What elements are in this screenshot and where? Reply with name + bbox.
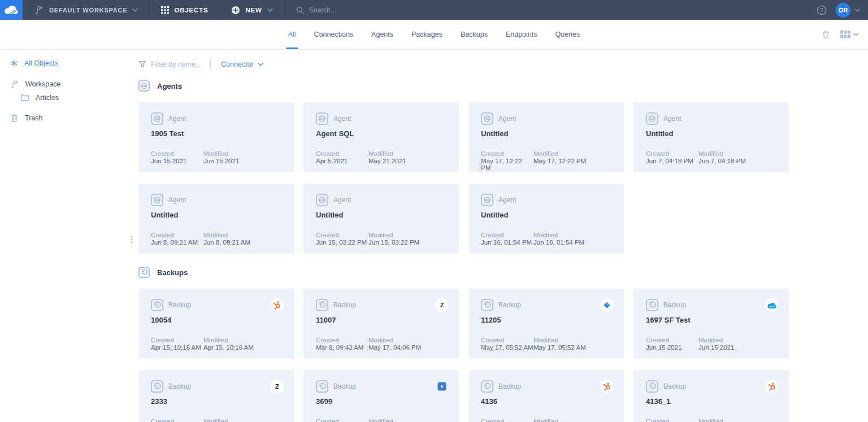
section-title: Backups (157, 268, 188, 277)
backup-card[interactable]: Backup 11205 Created May 17, 05:52 AM Mo… (468, 289, 624, 359)
section-title: Agents (157, 82, 182, 90)
agent-card[interactable]: Agent Agent SQL Created Apr 5 2021 Modif… (303, 102, 459, 172)
agent-icon (151, 194, 163, 206)
card-name: Untitled (481, 129, 614, 138)
created-value: Jun 8, 09:21 AM (151, 239, 203, 246)
card-name: 1905 Test (151, 129, 284, 138)
objects-menu-button[interactable]: OBJECTS (149, 0, 219, 20)
agent-card[interactable]: Agent Untitled Created Jun 15, 03:22 PM … (303, 184, 459, 254)
modified-value: May 21 2021 (368, 158, 406, 164)
card-name: 11007 (316, 316, 449, 324)
diamond-connector-icon (600, 298, 614, 312)
sidebar-label: Trash (25, 114, 43, 122)
object-sections: Agents Agent 1905 Test Created Jun 15 20… (138, 80, 868, 422)
card-type-label: Agent (168, 196, 186, 204)
modified-label: Modified (203, 337, 254, 343)
modified-value: Jun 7, 04:18 PM (698, 158, 746, 164)
agent-card[interactable]: Agent Untitled Created Jun 16, 01:54 PM … (468, 184, 624, 254)
trash-icon (10, 114, 19, 123)
user-avatar[interactable]: OR (836, 3, 850, 18)
agent-card[interactable]: Agent Untitled Created Jun 7, 04:18 PM M… (633, 102, 789, 172)
zendesk-icon: Z (435, 298, 449, 312)
backup-card[interactable]: Backup 1697 SF Test Created Jun 15 2021 … (633, 289, 789, 359)
created-label: Created (151, 337, 203, 343)
created-label: Created (316, 232, 368, 238)
created-label: Created (151, 150, 203, 157)
tab-connections[interactable]: Connections (314, 20, 354, 49)
tab-backups[interactable]: Backups (461, 20, 488, 49)
agent-icon (481, 112, 493, 125)
card-type-label: Backup (333, 382, 356, 390)
card-name: Untitled (646, 129, 779, 138)
tab-agents[interactable]: Agents (371, 20, 393, 49)
agent-card[interactable]: Agent Untitled Created May 17, 12:22 PM … (468, 102, 624, 172)
modified-label: Modified (698, 337, 734, 343)
agent-icon (316, 112, 328, 125)
backup-icon (316, 299, 328, 311)
section-header-backups: Backups (138, 266, 868, 279)
tab-queries[interactable]: Queries (555, 20, 580, 49)
workspace-flag-icon (34, 5, 44, 15)
card-name: 4136_1 (646, 397, 779, 406)
agent-card[interactable]: Agent 1905 Test Created Jun 15 2021 Modi… (138, 102, 294, 172)
agent-icon (316, 194, 328, 206)
sidebar-item-workspace[interactable]: Workspace (10, 77, 134, 91)
created-value: Jun 16, 01:54 PM (481, 239, 533, 246)
sidebar-item-all-objects[interactable]: All Objects (10, 56, 134, 70)
modified-label: Modified (533, 232, 584, 238)
new-button[interactable]: NEW (219, 0, 284, 20)
avatar-initials: OR (839, 7, 848, 14)
delete-trash-icon[interactable] (822, 30, 830, 39)
new-label: NEW (245, 7, 262, 14)
sidebar-resize-handle[interactable] (130, 236, 133, 243)
backup-card[interactable]: Backup Z 2333 Created Modified (138, 370, 294, 422)
agent-card[interactable]: Agent Untitled Created Jun 8, 09:21 AM M… (138, 184, 294, 254)
app-logo[interactable] (0, 0, 23, 20)
created-label: Created (151, 232, 203, 238)
backup-icon (481, 380, 493, 393)
modified-label: Modified (203, 418, 228, 422)
created-label: Created (646, 418, 698, 422)
name-filter (138, 60, 205, 68)
sidebar-label: Articles (36, 94, 59, 102)
filter-by-name-input[interactable] (151, 60, 205, 68)
card-type-label: Agent (498, 115, 516, 123)
modified-value: Jun 15 2021 (203, 158, 239, 164)
backup-card[interactable]: Backup 10054 Created Apr 15, 10:16 AM Mo… (138, 289, 294, 359)
created-value: Mar 8, 09:43 AM (316, 344, 368, 351)
sidebar-item-trash[interactable]: Trash (10, 111, 134, 125)
hubspot-icon (600, 380, 614, 393)
sidebar-item-articles[interactable]: Articles (10, 91, 134, 105)
svg-text:?: ? (820, 7, 823, 13)
backup-card[interactable]: Backup 4136 Created Modified (468, 370, 624, 422)
card-name: 11205 (481, 316, 614, 324)
created-value: Jun 15 2021 (151, 158, 203, 164)
plus-circle-icon (231, 6, 240, 15)
created-value: Apr 5 2021 (316, 158, 368, 164)
tab-packages[interactable]: Packages (411, 20, 442, 49)
modified-value: May 17, 04:06 PM (368, 344, 421, 351)
created-label: Created (481, 232, 533, 238)
backup-card[interactable]: Backup 3699 Created Modified (303, 370, 459, 422)
view-mode-selector[interactable] (840, 31, 859, 38)
tab-all[interactable]: All (288, 20, 296, 49)
card-type-label: Backup (663, 382, 686, 390)
card-type-label: Backup (333, 301, 356, 309)
workspace-selector[interactable]: DEFAULT WORKSPACE (23, 0, 149, 20)
modified-label: Modified (368, 337, 421, 343)
backup-card[interactable]: Backup Z 11007 Created Mar 8, 09:43 AM M… (303, 289, 459, 359)
connector-filter-dropdown[interactable]: Connector (221, 60, 263, 68)
zendesk-icon: Z (270, 380, 284, 393)
help-icon[interactable]: ? (817, 5, 827, 15)
backup-icon (151, 380, 163, 393)
agents-card-grid: Agent 1905 Test Created Jun 15 2021 Modi… (138, 102, 789, 254)
agent-icon (646, 112, 658, 125)
tab-endpoints[interactable]: Endpoints (506, 20, 537, 49)
chevron-down-icon[interactable] (855, 8, 860, 12)
search-input[interactable] (309, 6, 479, 14)
backup-icon (151, 299, 163, 311)
card-type-label: Backup (168, 382, 191, 390)
backup-card[interactable]: Backup 4136_1 Created Modified (633, 370, 789, 422)
card-name: 2333 (151, 397, 284, 406)
card-type-label: Agent (333, 196, 351, 204)
